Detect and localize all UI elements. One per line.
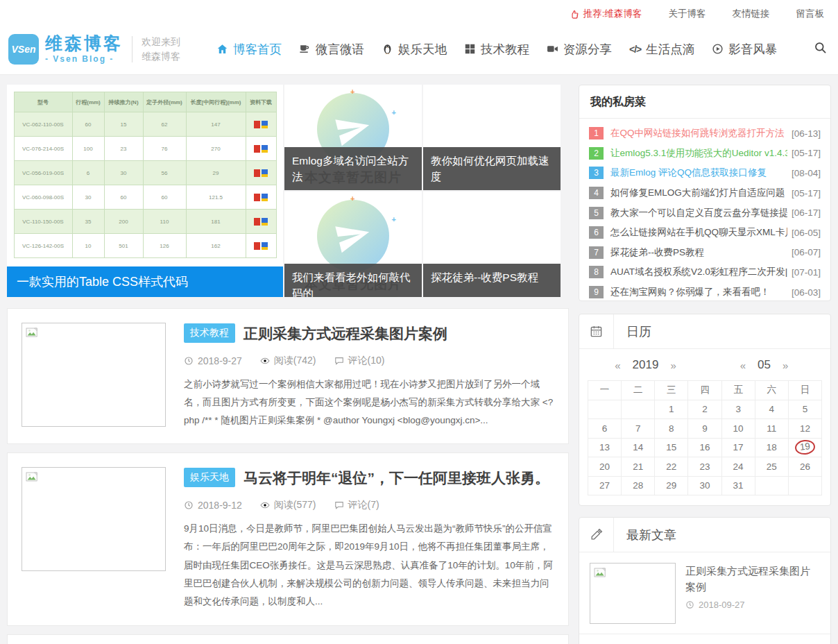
hot-list-item[interactable]: 4 如何修复EMLOG大前端幻灯片自适应问题 [05-17] bbox=[589, 183, 821, 203]
hot-list-item[interactable]: 6 怎么让链接网站在手机QQ聊天显示XML卡片 [06-05] bbox=[589, 223, 821, 243]
paper-plane-icon: ++ bbox=[317, 200, 389, 272]
calendar-day[interactable]: 1 bbox=[655, 400, 688, 419]
search-button[interactable] bbox=[814, 41, 827, 57]
nav-item-life[interactable]: </> 生活点滴 bbox=[629, 41, 694, 58]
selected-day-ring: 19 bbox=[794, 439, 816, 456]
topbar-link-about[interactable]: 关于博客 bbox=[669, 8, 706, 20]
calendar-day[interactable]: 13 bbox=[588, 438, 622, 457]
nav-item-tech[interactable]: 技术教程 bbox=[464, 41, 529, 58]
hot-list-item[interactable]: 1 在QQ中网站链接如何跳转浏览器打开方法 [06-13] bbox=[589, 124, 821, 144]
article-title[interactable]: 马云将于明年“退位”，下一任阿里接班人张勇。 bbox=[243, 470, 549, 486]
calendar-day[interactable]: 7 bbox=[622, 419, 655, 439]
topbar: 推荐:维森博客 关于博客 友情链接 留言板 bbox=[0, 0, 838, 24]
category-badge[interactable]: 技术教程 bbox=[184, 323, 235, 343]
calendar-day[interactable]: 28 bbox=[622, 476, 655, 495]
article-title[interactable]: 正则采集方式远程采集图片案例 bbox=[243, 325, 447, 341]
calendar-day[interactable]: 30 bbox=[688, 476, 721, 495]
featured-tile-1[interactable]: ++ 本文章暂无图片 维森博客友情提示 Emlog多域名访问全站方法 bbox=[284, 85, 422, 190]
calendar-day[interactable]: 18 bbox=[755, 438, 788, 457]
calendar-day[interactable]: 21 bbox=[622, 457, 655, 477]
next-year-button[interactable]: » bbox=[670, 359, 676, 371]
article-excerpt: 之前小诗梦就写过一个案例相信大家都用过吧！现在小诗梦又把图片放到了另外一个域名，… bbox=[184, 375, 554, 430]
topbar-link-friends[interactable]: 友情链接 bbox=[733, 8, 770, 20]
calendar-day[interactable]: 12 bbox=[788, 419, 821, 439]
calendar-day[interactable]: 9 bbox=[688, 419, 721, 439]
hot-list-item[interactable]: 3 最新Emlog 评论QQ信息获取接口修复 [08-04] bbox=[589, 163, 821, 183]
topbar-link-guestbook[interactable]: 留言板 bbox=[796, 8, 825, 20]
hot-list-item[interactable]: 5 教大家一个可以自定义百度云盘分享链接提取码方法 [06-17] bbox=[589, 203, 821, 223]
calendar-day[interactable]: 17 bbox=[721, 438, 755, 457]
calendar-week: 2728293031 bbox=[588, 476, 822, 495]
calendar-day[interactable]: 2 bbox=[688, 400, 721, 419]
calendar-day[interactable]: 16 bbox=[688, 438, 721, 457]
calendar-day[interactable]: 3 bbox=[721, 400, 755, 419]
article-thumbnail[interactable] bbox=[22, 467, 166, 571]
article-comments[interactable]: 评论(7) bbox=[348, 499, 379, 511]
article-thumbnail[interactable] bbox=[22, 323, 166, 427]
featured-tile-2[interactable]: 教你如何优化网页加载速度 bbox=[423, 85, 561, 190]
prev-month-button[interactable]: « bbox=[740, 359, 746, 371]
article-comments[interactable]: 评论(10) bbox=[348, 355, 385, 367]
featured-tile-caption[interactable]: 探花徒弟--收费PS教程 bbox=[423, 264, 561, 297]
featured-main-caption[interactable]: 一款实用的Table CSS样式代码 bbox=[7, 266, 283, 297]
featured-tile-3[interactable]: ++ 本文章暂无图片 维森博客友情提示 我们来看看老外如何敲代码的 bbox=[284, 192, 422, 297]
rank-badge: 3 bbox=[589, 167, 604, 179]
featured-tile-caption[interactable]: Emlog多域名访问全站方法 bbox=[284, 147, 422, 191]
site-logo[interactable]: VSen bbox=[8, 34, 39, 65]
latest-article-title[interactable]: 正则采集方式远程采集图片案例 bbox=[685, 563, 820, 595]
calendar-day[interactable]: 23 bbox=[688, 457, 721, 477]
table-row: VC-060-098-00S306060121.5 bbox=[14, 185, 276, 210]
calendar-day[interactable]: 4 bbox=[755, 400, 788, 419]
hot-list-item[interactable]: 9 还在淘宝网购？你弱爆了，来看看吧！ [06-03] bbox=[589, 282, 821, 301]
calendar-year: 2019 bbox=[633, 358, 659, 372]
next-month-button[interactable]: » bbox=[783, 359, 788, 371]
featured-tile-caption[interactable]: 我们来看看老外如何敲代码的 bbox=[284, 264, 422, 297]
calendar-day[interactable]: 10 bbox=[721, 419, 755, 439]
brand[interactable]: 维森博客 - Vsen Blog - bbox=[45, 35, 123, 64]
rank-badge: 7 bbox=[589, 246, 604, 259]
nav-item-media[interactable]: 影音风暴 bbox=[712, 41, 777, 58]
table-row: VC-126-142-00S10501126162 bbox=[14, 234, 276, 258]
brand-title: 维森博客 bbox=[45, 35, 123, 52]
calendar-day[interactable]: 27 bbox=[588, 476, 622, 495]
topbar-link-recommend[interactable]: 推荐:维森博客 bbox=[570, 8, 642, 20]
clock-icon bbox=[184, 356, 194, 366]
hot-list-item[interactable]: 7 探花徒弟--收费PS教程 [06-07] bbox=[589, 243, 821, 263]
calendar-day[interactable]: 15 bbox=[655, 438, 688, 457]
article-excerpt: 9月10日消息，今日是教师节，阿里巴巴集团创始人马云发出题为“教师节快乐”的公开… bbox=[184, 520, 554, 611]
article-date: 2018-9-27 bbox=[198, 355, 242, 366]
calendar-title: 日历 bbox=[614, 314, 651, 348]
calendar-day[interactable]: 24 bbox=[721, 457, 755, 477]
featured-tile-caption[interactable]: 教你如何优化网页加载速度 bbox=[423, 147, 561, 191]
site-header: VSen 维森博客 - Vsen Blog - 欢迎来到 维森博客 博客首页 微… bbox=[0, 24, 838, 75]
hot-list-item[interactable]: 8 AUAT域名授权系统V2.0彩虹程序二次开发|彩虹域名授 [07-01] bbox=[589, 262, 821, 282]
calendar-day[interactable]: 14 bbox=[622, 438, 655, 457]
calendar-day[interactable]: 5 bbox=[788, 400, 821, 419]
eye-icon bbox=[260, 356, 270, 366]
hot-list-title: 我的私房菜 bbox=[579, 85, 830, 119]
article-card: 技术教程SEO优化：我们做网站SEO的时候如何避免蜘蛛进入网站的死胡同？ bbox=[7, 634, 569, 644]
latest-article-item[interactable]: 马云将于明年“退位”，下一任阿里接班人张勇。 bbox=[579, 634, 830, 644]
eye-icon bbox=[260, 500, 270, 510]
calendar-day[interactable]: 26 bbox=[788, 457, 821, 477]
calendar-day-selected[interactable]: 19 bbox=[788, 438, 821, 457]
featured-main-tile[interactable]: 型号 行程(mm) 持续推力(N) 定子外径(mm) 长度[中间行程](mm) … bbox=[7, 85, 283, 297]
featured-tile-4[interactable]: 探花徒弟--收费PS教程 bbox=[423, 192, 561, 297]
calendar-day[interactable]: 31 bbox=[721, 476, 755, 495]
nav-item-home[interactable]: 博客首页 bbox=[216, 41, 282, 58]
calendar-day[interactable]: 22 bbox=[655, 457, 688, 477]
category-badge[interactable]: 娱乐天地 bbox=[184, 468, 235, 487]
nav-item-resources[interactable]: 资源分享 bbox=[547, 41, 612, 58]
latest-article-item[interactable]: 正则采集方式远程采集图片案例 2018-09-27 bbox=[579, 552, 830, 634]
calendar-day[interactable]: 20 bbox=[588, 457, 622, 477]
calendar-day[interactable]: 6 bbox=[588, 419, 622, 439]
nav-item-microblog[interactable]: 微言微语 bbox=[299, 41, 364, 58]
calendar-day[interactable]: 25 bbox=[755, 457, 788, 477]
prev-year-button[interactable]: « bbox=[615, 359, 620, 371]
calendar-day[interactable]: 29 bbox=[655, 476, 688, 495]
clock-icon bbox=[184, 500, 194, 510]
nav-item-entertainment[interactable]: 娱乐天地 bbox=[382, 41, 447, 58]
hot-list-item[interactable]: 2 让emlog5.3.1使用功能强大的Ueditor v1.4.3百度编辑 [… bbox=[589, 144, 821, 164]
calendar-day[interactable]: 8 bbox=[655, 419, 688, 439]
calendar-day[interactable]: 11 bbox=[755, 419, 788, 439]
